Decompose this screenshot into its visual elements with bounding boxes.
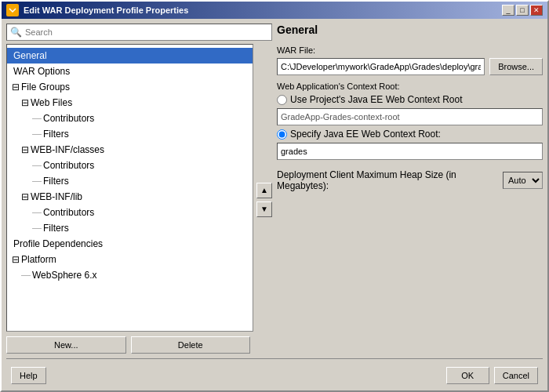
- radio-use-project-label: Use Project's Java EE Web Context Root: [290, 94, 463, 105]
- context-root-label: Web Application's Context Root:: [277, 82, 543, 91]
- left-panel: 🔍 General WAR Options: [6, 24, 272, 354]
- search-input[interactable]: [25, 27, 268, 37]
- tree-item-filters-3-label: Filters: [43, 221, 69, 235]
- search-box: 🔍: [6, 24, 272, 41]
- window-content: 🔍 General WAR Options: [2, 19, 547, 390]
- tree-item-contributors-3-label: Contributors: [43, 205, 94, 220]
- tree-item-filters-1[interactable]: — Filters: [7, 126, 253, 142]
- radio-specify-label: Specify Java EE Web Context Root:: [290, 129, 441, 140]
- right-panel: General WAR File: Browse... Web Applicat…: [277, 24, 543, 354]
- tree-item-file-groups[interactable]: ⊟ File Groups: [7, 79, 253, 95]
- window-icon: [6, 4, 19, 16]
- tree-item-web-files-label: Web Files: [31, 96, 72, 110]
- tree-item-filters-1-label: Filters: [43, 127, 69, 141]
- radio-specify-input[interactable]: [277, 129, 287, 140]
- tree-item-filters-2-label: Filters: [43, 174, 69, 188]
- tree-item-contributors-2[interactable]: — Contributors: [7, 158, 253, 173]
- tree-item-contributors-3[interactable]: — Contributors: [7, 205, 253, 220]
- heap-label: Deployment Client Maximum Heap Size (in …: [277, 169, 500, 191]
- radio-use-project[interactable]: Use Project's Java EE Web Context Root: [277, 94, 543, 105]
- move-down-button[interactable]: ▼: [256, 201, 272, 217]
- panel-title: General: [277, 24, 543, 36]
- specify-context-input[interactable]: [277, 143, 543, 160]
- war-file-group: WAR File: Browse...: [277, 45, 543, 75]
- ok-button[interactable]: OK: [446, 367, 489, 384]
- tree-item-file-groups-label: File Groups: [21, 80, 70, 94]
- heap-dropdown[interactable]: Auto 256 512 1024: [503, 172, 543, 189]
- war-file-label: WAR File:: [277, 45, 543, 55]
- tree-item-filters-2[interactable]: — Filters: [7, 173, 253, 189]
- tree-item-webinf-lib-label: WEB-INF/lib: [31, 190, 82, 204]
- help-button[interactable]: Help: [11, 367, 46, 384]
- heap-row: Deployment Client Maximum Heap Size (in …: [277, 169, 543, 191]
- radio-specify[interactable]: Specify Java EE Web Context Root:: [277, 129, 543, 140]
- war-file-input[interactable]: [277, 58, 485, 75]
- main-window: Edit WAR Deployment Profile Properties _…: [0, 0, 549, 392]
- window-title: Edit WAR Deployment Profile Properties: [24, 5, 188, 15]
- context-root-group: Web Application's Context Root: Use Proj…: [277, 82, 543, 160]
- tree-item-filters-3[interactable]: — Filters: [7, 220, 253, 236]
- minimize-button[interactable]: _: [502, 5, 514, 16]
- radio-use-project-input[interactable]: [277, 95, 287, 105]
- move-up-button[interactable]: ▲: [256, 183, 272, 198]
- tree-item-profile-deps[interactable]: Profile Dependencies: [7, 236, 253, 252]
- tree-item-web-files[interactable]: ⊟ Web Files: [7, 95, 253, 111]
- war-file-row: Browse...: [277, 58, 543, 75]
- tree-item-contributors-1-label: Contributors: [43, 111, 94, 125]
- maximize-button[interactable]: □: [516, 5, 529, 16]
- radio-group: Use Project's Java EE Web Context Root S…: [277, 94, 543, 160]
- bottom-bar: Help OK Cancel: [6, 364, 543, 386]
- tree-item-contributors-1[interactable]: — Contributors: [7, 111, 253, 126]
- main-area: 🔍 General WAR Options: [6, 24, 543, 354]
- tree-item-webinf-classes[interactable]: ⊟ WEB-INF/classes: [7, 142, 253, 158]
- tree-item-platform[interactable]: ⊟ Platform: [7, 252, 253, 267]
- delete-button[interactable]: Delete: [131, 336, 251, 354]
- tree-item-war-options[interactable]: WAR Options: [7, 64, 253, 79]
- tree-item-profile-deps-label: Profile Dependencies: [13, 237, 103, 251]
- title-bar: Edit WAR Deployment Profile Properties _…: [2, 2, 547, 19]
- bottom-separator: [6, 358, 543, 359]
- tree-item-general-label: General: [13, 49, 47, 63]
- close-button[interactable]: ✕: [530, 5, 543, 16]
- cancel-button[interactable]: Cancel: [494, 367, 538, 384]
- tree-panel: General WAR Options ⊟ File Groups: [6, 44, 253, 332]
- tree-item-war-options-label: WAR Options: [13, 64, 70, 78]
- tree-item-webinf-lib[interactable]: ⊟ WEB-INF/lib: [7, 189, 253, 205]
- tree-item-platform-label: Platform: [21, 252, 56, 267]
- tree-item-general[interactable]: General: [7, 48, 253, 64]
- tree-item-websphere[interactable]: — WebSphere 6.x: [7, 267, 253, 283]
- tree-item-webinf-classes-label: WEB-INF/classes: [31, 143, 104, 157]
- browse-button[interactable]: Browse...: [489, 58, 543, 75]
- tree-item-websphere-label: WebSphere 6.x: [32, 268, 97, 282]
- new-button[interactable]: New...: [6, 336, 126, 354]
- search-icon: 🔍: [10, 27, 22, 38]
- project-context-input[interactable]: [277, 108, 543, 125]
- svg-rect-0: [8, 5, 17, 15]
- tree-item-contributors-2-label: Contributors: [43, 158, 94, 172]
